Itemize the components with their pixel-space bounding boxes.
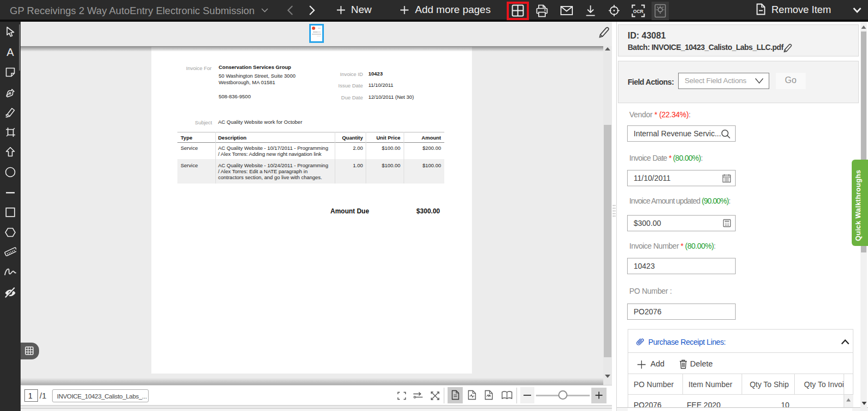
svg-text:OCR: OCR: [633, 9, 643, 14]
